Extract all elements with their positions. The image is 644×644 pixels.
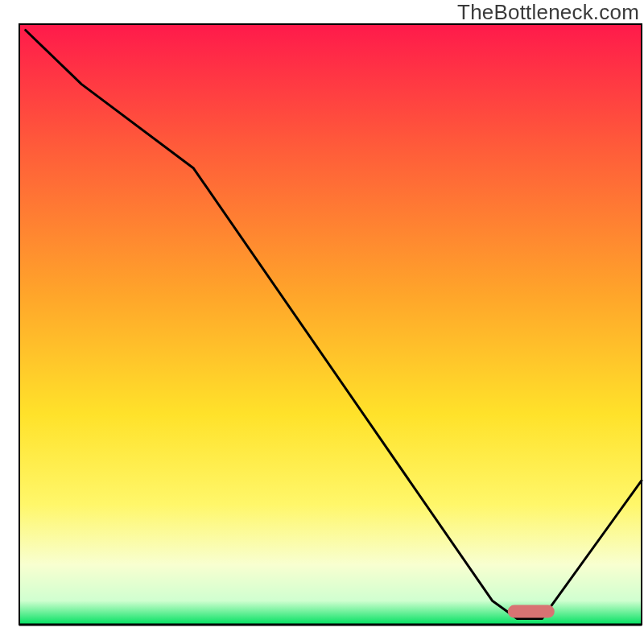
attribution-label: TheBottleneck.com bbox=[457, 0, 639, 25]
sweet-spot-marker bbox=[508, 605, 555, 618]
chart-canvas bbox=[0, 0, 644, 644]
bottleneck-chart bbox=[0, 0, 644, 644]
gradient-background bbox=[19, 24, 642, 625]
